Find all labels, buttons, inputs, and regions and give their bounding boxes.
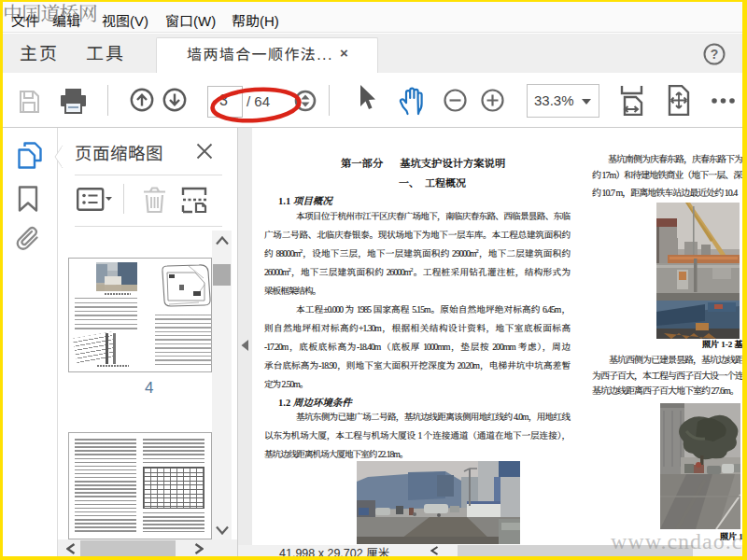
svg-text:?: ? <box>711 47 719 62</box>
